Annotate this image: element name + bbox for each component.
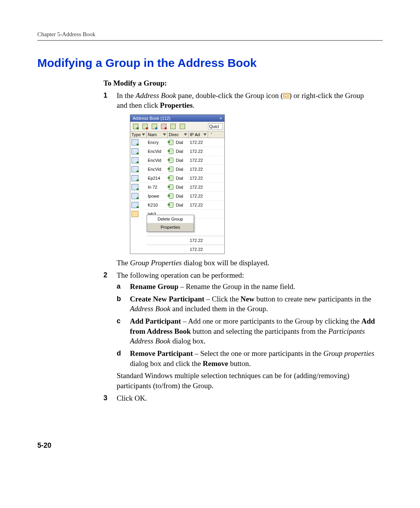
col-direction[interactable]: Direc: [168, 131, 189, 138]
section-heading: Modifying a Group in the Address Book: [37, 56, 383, 70]
panel-toolbar: Quicl: [130, 122, 224, 131]
trail-rows: 172.22 172.22: [130, 236, 224, 254]
menu-properties[interactable]: Properties: [147, 223, 194, 231]
dial-icon: [169, 184, 173, 190]
cell-direction: Dial: [175, 158, 189, 163]
cell-ip: 172.22: [189, 194, 208, 198]
participant-icon: [131, 166, 138, 172]
cell-direction: Dial: [175, 194, 189, 198]
cell-ip: 172.22: [189, 158, 208, 163]
table-row[interactable]: Ep214 Dial 172.22: [130, 174, 224, 183]
filter-icon[interactable]: [163, 133, 166, 136]
dial-icon: [169, 175, 173, 181]
cell-direction: Dial: [175, 149, 189, 154]
cell-name: Ipowe: [147, 194, 168, 198]
header-rule: [37, 40, 383, 41]
add-participant-icon[interactable]: [132, 123, 140, 130]
cell-ip: 172.22: [189, 185, 208, 189]
participant-icon: [131, 175, 138, 181]
filter-icon[interactable]: [203, 133, 206, 136]
participant-icon: [131, 157, 138, 163]
participant-icon: [131, 193, 138, 199]
context-menu: Delete Group Properties: [147, 215, 194, 232]
delete-group-icon[interactable]: [160, 123, 168, 130]
export-icon[interactable]: [178, 123, 186, 130]
panel-body: Encry Dial 172.22 EncVid Dial 172.22: [130, 138, 224, 254]
cell-ip: 172.22: [189, 149, 208, 154]
cell-direction: Dial: [175, 167, 189, 172]
participant-icon: [131, 202, 138, 208]
participant-icon: [131, 139, 138, 145]
scroll-up-icon[interactable]: ˄: [208, 131, 214, 138]
table-row[interactable]: 172.22: [147, 236, 224, 245]
dial-icon: [169, 140, 173, 145]
cell-ip: 172.22: [189, 140, 208, 145]
filter-icon[interactable]: [142, 133, 145, 136]
table-row[interactable]: Ipowe Dial 172.22: [130, 192, 224, 201]
address-book-panel: Address Book (112) × Quicl Type: [130, 114, 225, 254]
running-head: Chapter 5-Address Book: [37, 31, 383, 38]
step-3: 3 Click OK.: [103, 393, 376, 403]
cell-name: Encry: [147, 140, 168, 145]
column-header-row: Type Nam Direc IP Ad ˄: [130, 131, 224, 138]
t: Address Book: [136, 91, 176, 100]
step-2a: a Rename Group – Rename the Group in the…: [117, 282, 376, 292]
col-name[interactable]: Nam: [147, 131, 168, 138]
cell-direction: Dial: [175, 185, 189, 189]
menu-delete-group[interactable]: Delete Group: [147, 215, 194, 223]
remove-participant-icon[interactable]: [141, 123, 149, 130]
cell-ip: 172.22: [189, 167, 208, 172]
t: In the: [117, 91, 136, 100]
group-icon: [283, 93, 289, 98]
cell-name: In 72: [147, 185, 168, 189]
col-type[interactable]: Type: [130, 131, 147, 138]
cell-name: K210: [147, 203, 168, 207]
step1-text: In the Address Book pane, double-click t…: [117, 91, 364, 110]
t: .: [192, 101, 194, 109]
cell-ip: 172.22: [189, 238, 208, 243]
add-group-icon[interactable]: [150, 123, 158, 130]
cell-name: Ep214: [147, 176, 168, 180]
cell-direction: Dial: [175, 140, 189, 145]
participant-icon: [131, 184, 138, 190]
step1-followup: The Group Properties dialog box will be …: [117, 258, 376, 268]
step-2c: c Add Participant – Add one or more part…: [117, 316, 376, 346]
table-row[interactable]: EncVid Dial 172.22: [130, 147, 224, 156]
cell-name: EncVid: [147, 149, 168, 154]
close-icon[interactable]: ×: [220, 116, 222, 121]
cell-name: EncVid: [147, 167, 168, 172]
step-number-1: 1: [103, 91, 107, 100]
step-number-3: 3: [103, 393, 107, 403]
dial-icon: [169, 149, 173, 154]
page-number: 5-20: [37, 441, 51, 450]
cell-ip: 172.22: [189, 176, 208, 180]
import-icon[interactable]: [169, 123, 177, 130]
table-row[interactable]: 172.22: [147, 245, 224, 254]
group-icon: [131, 211, 138, 217]
dial-icon: [169, 202, 173, 208]
cell-ip: 172.22: [189, 203, 208, 207]
panel-titlebar[interactable]: Address Book (112) ×: [130, 115, 224, 122]
filter-icon[interactable]: [184, 133, 187, 136]
table-row[interactable]: EncVid Dial 172.22: [130, 165, 224, 174]
step-number-2: 2: [103, 270, 107, 280]
table-row[interactable]: Encry Dial 172.22: [130, 138, 224, 147]
dial-icon: [169, 193, 173, 199]
quick-search-input[interactable]: Quicl: [208, 123, 223, 130]
step-1: 1 In the Address Book pane, double-click…: [103, 91, 376, 268]
dial-icon: [169, 158, 173, 163]
dial-icon: [169, 166, 173, 172]
table-row[interactable]: In 72 Dial 172.22: [130, 183, 224, 192]
cell-direction: Dial: [175, 176, 189, 180]
step3-text: Click OK.: [117, 394, 147, 402]
step-2b: b Create New Participant – Click the New…: [117, 294, 376, 314]
cell-name: EncVid: [147, 158, 168, 163]
table-row[interactable]: K210 Dial 172.22: [130, 201, 224, 210]
col-ip[interactable]: IP Ad: [189, 131, 208, 138]
lead-in: To Modify a Group:: [103, 78, 376, 88]
table-row[interactable]: EncVid Dial 172.22: [130, 156, 224, 165]
step2-intro: The following operation can be performed…: [117, 271, 244, 279]
t: Properties: [160, 101, 192, 109]
participant-icon: [131, 148, 138, 154]
t: pane, double-click the Group icon (: [176, 91, 283, 100]
